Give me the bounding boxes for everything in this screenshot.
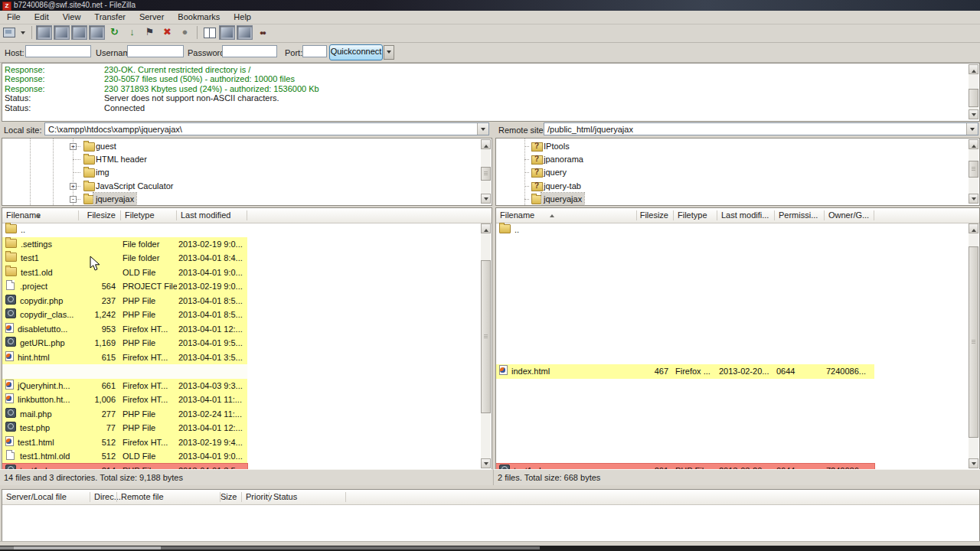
remote-row-test1-php[interactable]: test1.php201PHP File2013-03-20...0644724… (496, 464, 874, 470)
column-header-priority[interactable]: Priority (242, 490, 270, 504)
column-divider[interactable] (874, 210, 874, 220)
local-row-settings[interactable]: .settingsFile folder2013-02-19 9:0... (2, 237, 247, 252)
column-divider[interactable] (345, 492, 346, 502)
column-header-last-modifi[interactable]: Last modifi... (717, 208, 775, 223)
local-row-disabletutto[interactable]: disabletutto...953Firefox HT...2013-04-0… (2, 322, 247, 337)
quickconnect-button[interactable]: Quickconnect (329, 44, 383, 60)
scrollbar-thumb[interactable] (481, 260, 491, 413)
tree-item-jquery-tab[interactable]: jquery-tab (541, 180, 583, 192)
remote-row-blank[interactable]: .. (496, 223, 874, 237)
remote-list-scrollbar[interactable] (969, 223, 978, 468)
column-header-remote-file[interactable]: Remote file (117, 490, 220, 504)
toggle-queue-icon[interactable] (89, 25, 105, 40)
scroll-up-icon[interactable] (481, 139, 491, 149)
scroll-down-icon[interactable] (969, 194, 978, 204)
port-input[interactable] (302, 45, 327, 57)
scrollbar-thumb[interactable] (481, 167, 491, 181)
menu-edit[interactable]: Edit (28, 11, 56, 24)
disconnect-icon[interactable]: ✖ (159, 25, 175, 40)
local-row-copydir-php[interactable]: copydir.php237PHP File2013-04-01 8:5... (2, 294, 247, 308)
remote-row-index-html[interactable]: index.html467Firefox ...2013-02-20...064… (496, 364, 874, 379)
password-input[interactable] (222, 45, 277, 57)
directory-comparison-icon[interactable] (201, 25, 217, 40)
tree-item-img[interactable]: img (93, 166, 112, 178)
column-header-filesize[interactable]: Filesize (79, 208, 121, 223)
tree-item-javascript-caculator[interactable]: JavaScript Caculator (93, 180, 176, 192)
scrollbar-thumb[interactable] (969, 89, 978, 107)
local-row-hint-html[interactable]: hint.html615Firefox HT...2013-04-01 3:5.… (2, 350, 247, 365)
remote-tree-scrollbar[interactable] (969, 139, 978, 204)
local-tree-scrollbar[interactable] (481, 139, 491, 204)
column-header-filetype[interactable]: Filetype (674, 208, 717, 223)
toggle-remote-tree-icon[interactable] (71, 25, 87, 40)
synchronized-browsing-icon[interactable] (219, 25, 235, 40)
scroll-up-icon[interactable] (481, 223, 491, 233)
local-list-scrollbar[interactable] (481, 223, 491, 468)
scroll-up-icon[interactable] (969, 64, 978, 74)
local-site-dropdown-icon[interactable] (477, 123, 488, 135)
scrollbar-thumb[interactable] (969, 246, 978, 438)
menu-file[interactable]: File (0, 11, 28, 24)
directory-filters-icon[interactable] (237, 25, 253, 40)
collapse-minus-icon[interactable]: - (70, 196, 77, 203)
remote-site-combo[interactable]: /public_html/jqueryajax (544, 122, 978, 135)
tree-item-jqueryajax[interactable]: jqueryajax (541, 193, 584, 205)
local-row-blank[interactable]: .. (2, 223, 247, 237)
process-queue-icon[interactable]: ↓ (124, 25, 140, 40)
toggle-local-tree-icon[interactable] (54, 25, 70, 40)
local-site-combo[interactable]: C:\xampp\htdocs\xampp\jqueryajax\ (44, 122, 489, 135)
site-manager-dropdown-icon[interactable] (18, 25, 28, 40)
column-header-status[interactable]: Status (270, 490, 346, 504)
column-header-filename[interactable]: Filename (2, 208, 79, 223)
menu-server[interactable]: Server (132, 11, 171, 24)
scroll-down-icon[interactable] (969, 109, 978, 119)
local-row-copydir-clas[interactable]: copydir_clas...1,242PHP File2013-04-01 8… (2, 308, 247, 322)
host-input[interactable] (25, 45, 91, 57)
column-divider[interactable] (247, 210, 247, 220)
scroll-down-icon[interactable] (481, 458, 491, 468)
column-header-last-modified[interactable]: Last modified (177, 208, 247, 223)
local-row-test1-html-old[interactable]: test1.html.old512OLD File2013-04-01 9:0.… (2, 449, 247, 464)
refresh-icon[interactable]: ↻ (106, 25, 122, 40)
column-header-filename[interactable]: Filename (496, 208, 637, 223)
message-log-scrollbar[interactable] (969, 64, 978, 119)
column-header-server-local-file[interactable]: Server/Local file (2, 490, 90, 504)
menu-help[interactable]: Help (227, 11, 258, 24)
local-row-mail-php[interactable]: mail.php277PHP File2013-02-24 11:... (2, 407, 247, 422)
local-row-test1[interactable]: test1File folder2013-04-01 8:4... (2, 251, 247, 266)
local-row-linkbutton-ht[interactable]: linkbutton.ht...1,006Firefox HT...2013-0… (2, 393, 247, 407)
column-header-owner-g[interactable]: Owner/G... (825, 208, 874, 223)
column-header-filesize[interactable]: Filesize (637, 208, 674, 223)
local-row-project[interactable]: .project564PROJECT File2013-02-19 9:0... (2, 279, 247, 294)
column-header-size[interactable]: Size (220, 490, 242, 504)
tree-item-jpanorama[interactable]: jpanorama (541, 153, 586, 165)
column-header-direc[interactable]: Direc... (90, 490, 117, 504)
local-row-test1-php[interactable]: test1.php214PHP File2013-04-01 3:5... (2, 464, 247, 470)
tree-item-iptools[interactable]: IPtools (541, 140, 572, 152)
username-input[interactable] (127, 45, 184, 57)
column-header-filetype[interactable]: Filetype (121, 208, 177, 223)
local-row-test1-old[interactable]: test1.oldOLD File2013-04-01 9:0... (2, 266, 247, 280)
scroll-up-icon[interactable] (969, 223, 978, 233)
quickconnect-dropdown-icon[interactable] (384, 45, 394, 60)
column-header-permissi[interactable]: Permissi... (775, 208, 825, 223)
scroll-down-icon[interactable] (969, 458, 978, 468)
scrollbar-thumb[interactable] (969, 161, 978, 178)
tree-item-jquery[interactable]: jquery (541, 166, 569, 178)
local-row-test1-html[interactable]: test1.html512Firefox HT...2013-02-19 9:4… (2, 435, 247, 450)
scroll-down-icon[interactable] (481, 194, 491, 204)
abort-icon[interactable]: ● (177, 25, 193, 40)
local-row-jqueryhint-h[interactable]: jQueryhint.h...661Firefox HT...2013-04-0… (2, 379, 247, 393)
expand-plus-icon[interactable]: + (70, 143, 77, 150)
local-row-test-php[interactable]: test.php77PHP File2013-04-01 12:... (2, 421, 247, 435)
toggle-message-log-icon[interactable] (36, 25, 52, 40)
tree-item-guest[interactable]: guest (93, 140, 119, 152)
remote-site-dropdown-icon[interactable] (966, 123, 978, 135)
expand-plus-icon[interactable]: + (70, 183, 77, 190)
local-row-geturl-php[interactable]: getURL.php1,169PHP File2013-04-01 9:5... (2, 336, 247, 350)
site-manager-icon[interactable] (1, 25, 17, 40)
file-search-icon[interactable]: ●● (254, 25, 270, 40)
cancel-operation-icon[interactable]: ⚑ (142, 25, 158, 40)
local-row-blank[interactable] (2, 364, 247, 379)
scroll-up-icon[interactable] (969, 139, 978, 149)
